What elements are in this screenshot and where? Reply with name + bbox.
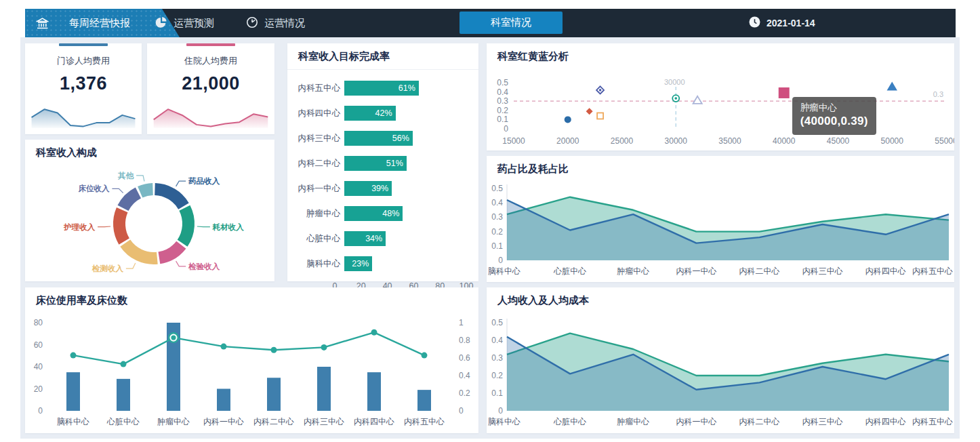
svg-text:0: 0 [498, 256, 503, 265]
svg-text:0: 0 [38, 406, 43, 416]
panel-income-cost-per-capita: 人均收入及人均成本 00.10.20.30.40.5脑科中心心脏中心肿瘤中心内科… [487, 287, 954, 433]
svg-text:肿瘤中心: 肿瘤中心 [617, 417, 649, 426]
svg-text:检测收入: 检测收入 [91, 264, 124, 273]
bar-category-label: 心脏中心 [297, 233, 340, 245]
svg-text:55000: 55000 [935, 136, 954, 146]
bar-category-label: 内科五中心 [297, 83, 340, 94]
bar-fill[interactable]: 34% [344, 231, 386, 246]
svg-text:内科三中心: 内科三中心 [802, 266, 843, 276]
svg-text:内科一中心: 内科一中心 [676, 417, 716, 426]
kpi-value: 1,376 [60, 73, 107, 94]
svg-text:内科四中心: 内科四中心 [865, 266, 906, 276]
svg-text:肿瘤中心: 肿瘤中心 [617, 266, 649, 276]
bar-fill[interactable]: 56% [344, 131, 413, 146]
hospital-dashboard: 每周经营快报 运营预测 运营情况 科室情况 [0, 0, 980, 442]
bar-fill[interactable]: 61% [344, 81, 419, 96]
svg-text:内科五中心: 内科五中心 [912, 417, 953, 426]
bar-fill[interactable]: 23% [344, 256, 372, 271]
panel-title: 科室收入目标完成率 [287, 43, 478, 70]
nav-tab-forecast[interactable]: 运营预测 [155, 9, 214, 37]
income-cost-area-chart[interactable]: 00.10.20.30.40.5脑科中心心脏中心肿瘤中心内科一中心内科二中心内科… [487, 310, 954, 432]
red-yellow-blue-scatter-chart[interactable]: 0.50.40.30.20.10150002000025000300003500… [487, 66, 954, 152]
svg-text:0.8: 0.8 [459, 336, 470, 345]
svg-text:0.3: 0.3 [933, 90, 943, 98]
bar-row-内科四中心[interactable]: 内科四中心42% [297, 106, 466, 121]
svg-text:30000: 30000 [664, 78, 685, 86]
svg-text:0.1: 0.1 [491, 388, 503, 398]
svg-text:0.2: 0.2 [497, 106, 508, 115]
svg-text:35000: 35000 [718, 136, 741, 146]
svg-text:40: 40 [34, 362, 43, 371]
kpi-card-outpatient-cost: 门诊人均费用 1,376 [25, 43, 142, 134]
svg-text:脑科中心: 脑科中心 [57, 417, 89, 426]
svg-text:内科三中心: 内科三中心 [304, 417, 344, 426]
svg-text:0.5: 0.5 [491, 184, 503, 193]
svg-text:内科五中心: 内科五中心 [912, 266, 953, 276]
panel-title: 药占比及耗占比 [487, 156, 954, 179]
panel-income-target-completion: 科室收入目标完成率 内科五中心61%内科四中心42%内科三中心56%内科二中心5… [287, 43, 478, 281]
bar-fill[interactable]: 48% [344, 206, 403, 221]
svg-text:0.1: 0.1 [497, 115, 508, 124]
svg-text:0.3: 0.3 [491, 212, 503, 222]
svg-text:0: 0 [459, 406, 464, 416]
kpi-card-inpatient-cost: 住院人均费用 21,000 [147, 43, 274, 134]
svg-text:15000: 15000 [502, 136, 525, 146]
svg-text:耗材收入: 耗材收入 [212, 223, 245, 232]
kpi-title: 住院人均费用 [184, 55, 237, 67]
nav-tab-label: 运营预测 [173, 17, 214, 30]
bar-row-心脏中心[interactable]: 心脏中心34% [297, 231, 466, 246]
svg-text:0.3: 0.3 [497, 96, 508, 106]
bar-fill[interactable]: 42% [344, 106, 396, 121]
svg-text:检验收入: 检验收入 [188, 262, 220, 271]
bed-usage-combo-chart[interactable]: 02040608000.20.40.60.81脑科中心心脏中心肿瘤中心内科一中心… [25, 310, 478, 431]
date-picker[interactable]: 2021-01-14 [749, 9, 815, 37]
bar-category-label: 内科一中心 [297, 183, 340, 195]
svg-text:脑科中心: 脑科中心 [488, 417, 520, 426]
svg-text:护理收入: 护理收入 [63, 223, 96, 232]
income-target-bar-chart[interactable]: 内科五中心61%内科四中心42%内科三中心56%内科二中心51%内科一中心39%… [287, 70, 478, 271]
svg-text:0: 0 [504, 124, 508, 134]
svg-text:45000: 45000 [827, 136, 850, 146]
nav-tab-department-status-selected[interactable]: 科室情况 [460, 12, 563, 34]
svg-text:0.5: 0.5 [497, 78, 508, 87]
svg-text:1: 1 [459, 318, 464, 327]
date-value: 2021-01-14 [767, 18, 815, 28]
svg-text:0: 0 [498, 406, 503, 416]
drug-consumable-area-chart[interactable]: 00.10.20.30.40.5脑科中心心脏中心肿瘤中心内科一中心内科二中心内科… [487, 179, 954, 282]
svg-text:40000: 40000 [773, 136, 796, 146]
panel-title: 人均收入及人均成本 [487, 287, 954, 310]
nav-tab-operation-status[interactable]: 运营情况 [246, 9, 305, 37]
gauge-icon [246, 16, 258, 31]
income-composition-donut-chart[interactable]: 药品收入耗材收入检验收入检测收入护理收入床位收入其他 [25, 163, 274, 281]
svg-text:0.4: 0.4 [497, 87, 508, 97]
bar-row-内科一中心[interactable]: 内科一中心39% [297, 181, 466, 196]
svg-text:60: 60 [34, 340, 43, 350]
svg-text:床位收入: 床位收入 [77, 184, 110, 193]
bar-row-内科二中心[interactable]: 内科二中心51% [297, 156, 466, 171]
kpi-title: 门诊人均费用 [57, 55, 110, 67]
home-icon [36, 18, 49, 29]
kpi-accent-bar [186, 43, 235, 46]
svg-text:0.2: 0.2 [491, 227, 503, 237]
svg-text:心脏中心: 心脏中心 [553, 417, 586, 426]
panel-title: 科室收入构成 [25, 140, 274, 163]
svg-text:药品收入: 药品收入 [188, 177, 220, 186]
svg-text:其他: 其他 [117, 172, 135, 180]
bar-fill[interactable]: 51% [344, 156, 407, 171]
svg-text:内科二中心: 内科二中心 [739, 417, 780, 426]
svg-text:内科二中心: 内科二中心 [253, 417, 294, 426]
svg-text:0.2: 0.2 [459, 388, 470, 398]
svg-text:内科二中心: 内科二中心 [739, 266, 780, 276]
svg-text:内科一中心: 内科一中心 [203, 417, 244, 426]
bar-row-内科三中心[interactable]: 内科三中心56% [297, 131, 466, 146]
kpi-sparkline [30, 104, 136, 129]
svg-text:脑科中心: 脑科中心 [488, 266, 520, 276]
panel-bed-usage: 床位使用率及床位数 02040608000.20.40.60.81脑科中心心脏中… [25, 287, 478, 433]
bar-category-label: 内科三中心 [297, 133, 340, 144]
bar-fill[interactable]: 39% [344, 181, 392, 196]
svg-text:内科一中心: 内科一中心 [676, 266, 716, 276]
bar-row-脑科中心[interactable]: 脑科中心23% [297, 256, 466, 271]
top-nav: 每周经营快报 运营预测 运营情况 科室情况 [25, 9, 956, 37]
bar-row-内科五中心[interactable]: 内科五中心61% [297, 81, 466, 96]
bar-row-肿瘤中心[interactable]: 肿瘤中心48% [297, 206, 466, 221]
